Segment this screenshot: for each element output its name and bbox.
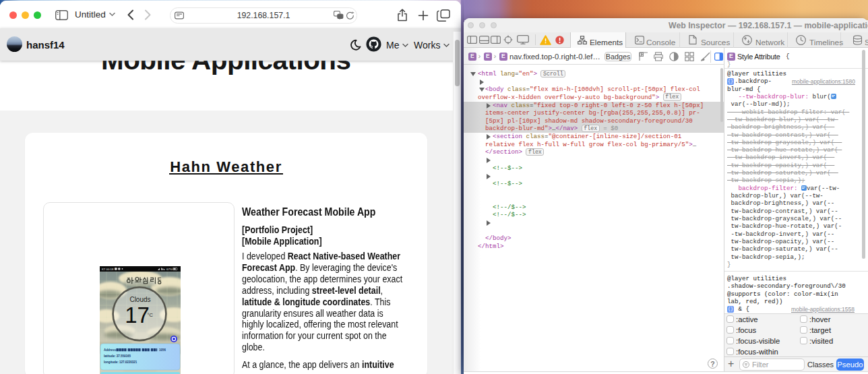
svg-text:latitude: 37.559165: latitude: 37.559165 [104, 354, 131, 358]
svg-text:°C: °C [148, 312, 154, 318]
svg-text:67%: 67% [166, 268, 173, 271]
svg-text:longitude: 127.0220321: longitude: 127.0220321 [104, 361, 137, 364]
svg-text:1056: 1056 [159, 348, 166, 352]
svg-text:KT 00:18: KT 00:18 [102, 268, 114, 271]
svg-text:17: 17 [125, 303, 150, 328]
svg-text:Address:: Address: [104, 348, 117, 352]
